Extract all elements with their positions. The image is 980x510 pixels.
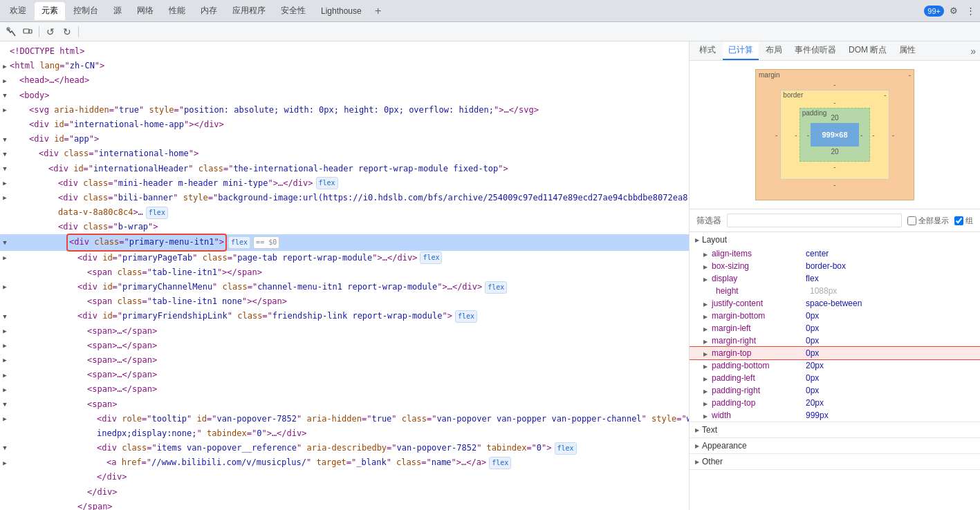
padding-bottom-value[interactable]: 20	[807, 148, 863, 155]
css-group-layout-header[interactable]: ▶ Layout	[690, 232, 980, 247]
dom-line[interactable]: </span>	[0, 500, 689, 510]
settings-button[interactable]: ⚙	[947, 4, 961, 18]
dom-line[interactable]: ▶ <div class="mini-header m-header mini-…	[0, 176, 689, 191]
margin-right-value[interactable]: -	[892, 131, 894, 139]
flex-badge[interactable]: flex	[555, 442, 577, 455]
dom-line[interactable]: ▶ <span>…</span>	[0, 353, 689, 368]
tab-styles[interactable]: 样式	[694, 42, 721, 60]
dom-line[interactable]: ▼ <span>	[0, 397, 689, 412]
tab-computed[interactable]: 已计算	[723, 42, 759, 60]
dom-line[interactable]: ▶ <head>…</head>	[0, 73, 689, 88]
expand-arrow[interactable]: ▼	[0, 399, 10, 409]
dom-panel[interactable]: <!DOCTYPE html> ▶ <html lang="zh-CN"> ▶ …	[0, 41, 690, 510]
flex-badge[interactable]: flex	[316, 177, 338, 189]
tab-lighthouse[interactable]: Lighthouse	[314, 2, 369, 20]
margin-left-value[interactable]: -	[775, 131, 777, 139]
tab-performance[interactable]: 性能	[162, 2, 192, 20]
dom-line[interactable]: <!DOCTYPE html>	[0, 44, 689, 59]
flex-badge[interactable]: flex	[146, 207, 168, 219]
dom-line[interactable]: ▼ <div class="international-home">	[0, 147, 689, 161]
dom-line[interactable]: ▼ <div class="items van-popover__referen…	[0, 441, 689, 455]
css-prop-margin-top[interactable]: ▶ margin-top 0px	[690, 347, 980, 359]
expand-arrow[interactable]: ▼	[0, 91, 10, 100]
tab-elements[interactable]: 元素	[35, 2, 65, 20]
expand-arrow[interactable]: ▶	[0, 355, 10, 365]
tab-console[interactable]: 控制台	[66, 2, 105, 20]
css-prop-margin-left[interactable]: ▶ margin-left 0px	[690, 322, 980, 334]
css-prop-align-items[interactable]: ▶ align-items center	[690, 247, 980, 260]
border-bottom-value[interactable]: -	[795, 163, 874, 171]
css-group-appearance-header[interactable]: ▶ Appearance	[690, 438, 980, 453]
expand-arrow[interactable]: ▶	[0, 253, 10, 263]
expand-arrow[interactable]: ▶	[0, 282, 10, 292]
css-prop-box-sizing[interactable]: ▶ box-sizing border-box	[690, 260, 980, 272]
dom-line[interactable]: ▼ <body>	[0, 88, 689, 103]
dom-line[interactable]: <span class="tab-line-itn1 none"></span>	[0, 294, 689, 309]
dom-line[interactable]: ▶ <div role="tooltip" id="van-popover-78…	[0, 412, 689, 426]
css-prop-padding-left[interactable]: ▶ padding-left 0px	[690, 372, 980, 384]
dom-line[interactable]: ▶ <div id="primaryChannelMenu" class="ch…	[0, 280, 689, 294]
dom-line[interactable]: </div>	[0, 485, 689, 500]
expand-arrow[interactable]: ▶	[0, 341, 10, 350]
flex-badge[interactable]: flex	[485, 281, 507, 294]
inspect-icon[interactable]	[4, 25, 18, 39]
expand-arrow[interactable]: ▶	[0, 414, 10, 424]
add-tab-button[interactable]: +	[370, 3, 387, 19]
dom-line[interactable]: ▶ <span>…</span>	[0, 339, 689, 353]
filter-input[interactable]	[727, 214, 902, 227]
expand-arrow[interactable]: ▼	[0, 164, 10, 173]
dom-line[interactable]: ▶ <html lang="zh-CN">	[0, 59, 689, 73]
dom-line[interactable]: <div class="b-wrap">	[0, 220, 689, 234]
padding-left-value[interactable]: -	[807, 131, 809, 139]
dom-line[interactable]: ▼ <div id="app">	[0, 132, 689, 147]
dom-line[interactable]: ▶ <span>…</span>	[0, 382, 689, 397]
padding-right-value[interactable]: -	[860, 131, 862, 139]
expand-arrow[interactable]: ▶	[0, 62, 10, 71]
dom-line[interactable]: <span class="tab-line-itn1"></span>	[0, 265, 689, 280]
expand-arrow[interactable]: ▶	[0, 326, 10, 336]
dom-line[interactable]: ▶ <div id="primaryPageTab" class="page-t…	[0, 251, 689, 265]
dom-line-selected[interactable]: ▼ <div class="primary-menu-itn1"> flex =…	[0, 234, 689, 250]
css-prop-margin-bottom[interactable]: ▶ margin-bottom 0px	[690, 310, 980, 322]
right-more-button[interactable]: »	[970, 46, 976, 57]
expand-arrow[interactable]: ▶	[0, 193, 10, 202]
flex-badge[interactable]: flex	[455, 310, 477, 323]
expand-arrow[interactable]: ▼	[0, 443, 10, 453]
css-prop-width[interactable]: ▶ width 999px	[690, 409, 980, 422]
css-prop-display[interactable]: ▶ display flex	[690, 272, 980, 285]
group-checkbox[interactable]: 组	[954, 216, 973, 226]
tab-dom-breakpoints[interactable]: DOM 断点	[843, 42, 892, 60]
tab-sources[interactable]: 源	[107, 2, 129, 20]
dom-line[interactable]: ▶ <span>…</span>	[0, 324, 689, 339]
device-icon[interactable]	[21, 25, 35, 39]
css-prop-height[interactable]: height 1088px	[690, 285, 980, 297]
tab-layout[interactable]: 布局	[760, 42, 788, 60]
expand-arrow[interactable]: ▶	[0, 76, 10, 86]
css-group-other-header[interactable]: ▶ Other	[690, 454, 980, 469]
tab-memory[interactable]: 内存	[194, 2, 224, 20]
flex-badge[interactable]: flex	[420, 252, 442, 264]
margin-top-value[interactable]: -	[775, 81, 894, 88]
css-group-text-header[interactable]: ▶ Text	[690, 422, 980, 437]
more-options-button[interactable]: ⋮	[963, 4, 977, 18]
undo-icon[interactable]: ↺	[44, 25, 57, 39]
dom-line[interactable]: data-v-8a80c8c4>… flex	[0, 205, 689, 220]
tab-application[interactable]: 应用程序	[225, 2, 272, 20]
expand-arrow[interactable]: ▶	[0, 105, 10, 115]
expand-arrow[interactable]: ▶	[0, 370, 10, 380]
dom-line[interactable]: <div id="international-home-app"></div>	[0, 117, 689, 132]
dom-line[interactable]: inedpx;display:none;" tabindex="0">…</di…	[0, 426, 689, 441]
dom-line[interactable]: </div>	[0, 470, 689, 484]
tab-event-listeners[interactable]: 事件侦听器	[789, 42, 842, 60]
css-prop-justify-content[interactable]: ▶ justify-content space-between	[690, 297, 980, 310]
css-prop-padding-bottom[interactable]: ▶ padding-bottom 20px	[690, 359, 980, 372]
dom-line[interactable]: ▶ <div class="bili-banner" style="backgr…	[0, 191, 689, 205]
redo-icon[interactable]: ↻	[60, 25, 74, 39]
border-right-value[interactable]: -	[872, 131, 874, 139]
dom-line[interactable]: ▶ <svg aria-hidden="true" style="positio…	[0, 103, 689, 117]
flex-badge[interactable]: flex	[489, 457, 511, 469]
css-prop-padding-top[interactable]: ▶ padding-top 20px	[690, 397, 980, 409]
dom-line[interactable]: ▼ <div id="internationalHeader" class="t…	[0, 162, 689, 176]
show-all-checkbox[interactable]: 全部显示	[907, 216, 949, 226]
css-prop-margin-right[interactable]: ▶ margin-right 0px	[690, 334, 980, 347]
